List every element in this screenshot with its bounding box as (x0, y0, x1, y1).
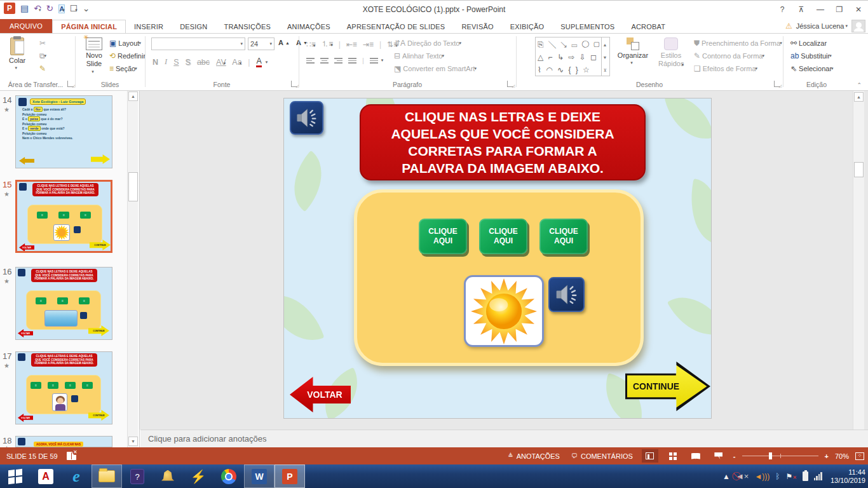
tray-expand-icon[interactable]: ▲ (722, 472, 730, 481)
justify-button[interactable] (348, 57, 356, 65)
align-left-button[interactable] (306, 57, 315, 65)
bold-button[interactable]: N (153, 58, 158, 67)
touch-mode-button[interactable]: ☐▾ (70, 3, 78, 14)
arrange-button[interactable]: Organizar▾ (615, 37, 651, 65)
file-explorer-taskbar-icon[interactable] (92, 464, 122, 488)
user-name[interactable]: Jéssica Lucena (796, 22, 844, 30)
zoom-out-button[interactable]: - (733, 452, 736, 460)
minimize-button[interactable]: — (811, 1, 830, 18)
internet-explorer-taskbar-icon[interactable]: e (61, 464, 92, 488)
font-name-combo[interactable]: ▾ (151, 37, 245, 50)
shape-outline-button[interactable]: ✎Contorno da Forma▾ (694, 51, 764, 60)
customize-qat-button[interactable]: ⌄ (83, 3, 90, 13)
tab-apresentacao[interactable]: APRESENTAÇÃO DE SLIDES (339, 20, 454, 33)
reading-view-button[interactable] (688, 449, 704, 463)
powerpoint-app-icon[interactable]: P (4, 3, 15, 14)
shape-fill-button[interactable]: ⛊Preenchimento da Forma▾ (694, 39, 782, 48)
scroll-up-arrow-icon[interactable]: ▲ (128, 92, 138, 101)
lightning-app-taskbar-icon[interactable]: ⚡ (183, 464, 214, 488)
scrollbar-thumb[interactable] (854, 162, 864, 177)
chrome-taskbar-icon[interactable] (214, 464, 244, 488)
numbering-button[interactable]: ⒈≡▾ (321, 39, 333, 50)
shapes-gallery[interactable]: ⎘ ╲ ↘ ▭ ◯ ▢ △ ⌐ ↳ ⇨ ⇩ ◻ ⌇ ◠ ∿ { } ☆ ▲▼⊻ (535, 37, 610, 76)
thumbnail-slide-14[interactable]: Xote Ecológico - Luiz Gonzaga Cadê a flo… (15, 95, 112, 168)
slide-canvas[interactable]: CLIQUE NAS LETRAS E DEIXE AQUELAS QUE VO… (283, 98, 712, 419)
replace-button[interactable]: abSubstituir▾ (790, 51, 832, 60)
find-button[interactable]: ⚯Localizar (790, 39, 827, 48)
tab-acrobat[interactable]: ACROBAT (623, 20, 674, 33)
account-area[interactable]: ⚠ Jéssica Lucena ▾ (785, 20, 865, 32)
help-app-taskbar-icon[interactable]: ? (122, 464, 153, 488)
redo-icon[interactable]: ↻ (46, 3, 53, 13)
thumbnail-scrollbar[interactable]: ▲ ▼ (127, 91, 138, 447)
scrollbar-thumb[interactable] (128, 172, 138, 201)
audio-speaker-button[interactable] (290, 101, 323, 135)
comments-toggle[interactable]: 🗩COMENTÁRIOS (569, 449, 635, 463)
align-text-button[interactable]: ⊟Alinhar Texto▾ (394, 51, 444, 60)
tab-suplementos[interactable]: SUPLEMENTOS (552, 20, 623, 33)
desenho-dialog-launcher[interactable] (774, 81, 780, 87)
shapes-gallery-scrollbar[interactable]: ▲▼⊻ (601, 37, 609, 76)
spell-check-icon[interactable] (67, 452, 76, 460)
action-center-flag-icon[interactable]: ⚑✕ (785, 472, 796, 481)
network-signal-icon[interactable] (814, 472, 822, 480)
scroll-up-arrow-icon[interactable]: ▲ (854, 92, 864, 102)
zoom-in-button[interactable]: + (825, 452, 829, 460)
paste-button[interactable]: Colar▾ (9, 37, 25, 71)
tab-exibicao[interactable]: EXIBIÇÃO (502, 20, 553, 33)
cut-button[interactable]: ✂ (39, 39, 46, 48)
tab-transicoes[interactable]: TRANSIÇÕES (216, 20, 280, 33)
save-icon[interactable]: ▤ (20, 3, 29, 13)
sun-image[interactable] (464, 275, 544, 347)
close-button[interactable]: ✕ (849, 1, 868, 18)
change-case-button[interactable]: Aa▾ (232, 58, 241, 67)
instruction-title-box[interactable]: CLIQUE NAS LETRAS E DEIXE AQUELAS QUE VO… (360, 104, 646, 180)
undo-button[interactable]: ↶▾ (34, 3, 41, 14)
align-right-button[interactable] (334, 57, 342, 65)
audio-speaker-button[interactable] (548, 277, 585, 312)
battery-icon[interactable] (803, 471, 808, 481)
shadow-button[interactable]: S (186, 58, 191, 67)
powerpoint-taskbar-icon[interactable]: P (275, 464, 305, 488)
grow-font-button[interactable]: A▲ (278, 39, 290, 46)
tab-animacoes[interactable]: ANIMAÇÕES (279, 20, 339, 33)
collapse-ribbon-button[interactable]: ⌃ (857, 82, 862, 88)
decrease-indent-button[interactable]: ⇤≡ (346, 40, 357, 49)
bluetooth-icon[interactable]: ᛒ (775, 472, 780, 481)
thumbnail-slide-18[interactable]: AGORA, VOCÊ IRÁ CLICAR NAS (15, 436, 112, 447)
notes-pane[interactable]: Clique para adicionar anotações (140, 430, 868, 447)
zoom-level[interactable]: 70% (835, 452, 849, 460)
bell-app-taskbar-icon[interactable] (153, 464, 183, 488)
fit-slide-to-window-button[interactable]: ⁘ (855, 452, 864, 460)
shape-effects-button[interactable]: ❑Efeitos de Forma▾ (694, 64, 757, 73)
tab-revisao[interactable]: REVISÃO (453, 20, 501, 33)
tab-arquivo[interactable]: ARQUIVO (0, 19, 52, 33)
fonte-dialog-launcher[interactable] (291, 81, 297, 87)
font-color-button[interactable]: A (256, 57, 261, 67)
pen-mode-button[interactable]: A▾ (58, 3, 64, 14)
notes-toggle[interactable]: ≜ANOTAÇÕES (505, 449, 562, 463)
paragrafo-dialog-launcher[interactable] (507, 81, 513, 87)
bullets-button[interactable]: ∷≡▾ (306, 40, 315, 49)
avatar[interactable] (851, 20, 865, 32)
acrobat-taskbar-icon[interactable]: A (31, 464, 61, 488)
increase-indent-button[interactable]: ⇥≡ (363, 40, 374, 49)
start-button[interactable] (0, 464, 31, 488)
text-direction-button[interactable]: ⇵ADireção do Texto▾ (394, 39, 461, 48)
clock[interactable]: 11:44 13/10/2019 (831, 468, 865, 485)
new-slide-button[interactable]: Novo Slide▾ (81, 37, 107, 74)
zoom-slider-knob[interactable] (769, 452, 772, 459)
underline-button[interactable]: S (173, 58, 179, 67)
thumbnail-slide-17[interactable]: CLIQUE NAS LETRAS E DEIXE AQUELAS QUE VO… (15, 351, 112, 424)
word-taskbar-icon[interactable]: W (244, 464, 275, 488)
char-spacing-button[interactable]: AV▾ (216, 58, 226, 67)
ribbon-display-options-button[interactable]: ⊼ (792, 1, 811, 18)
reset-button[interactable]: ⟲Redefinir (109, 51, 146, 60)
copy-button[interactable]: ⧉▾ (39, 51, 46, 60)
align-center-button[interactable] (320, 57, 329, 65)
select-button[interactable]: ⇖Selecionar▾ (790, 64, 834, 73)
clique-aqui-button-1[interactable]: CLIQUEAQUI (419, 219, 467, 254)
italic-button[interactable]: I (165, 57, 167, 67)
normal-view-button[interactable] (642, 449, 658, 463)
slideshow-button[interactable] (710, 449, 727, 463)
